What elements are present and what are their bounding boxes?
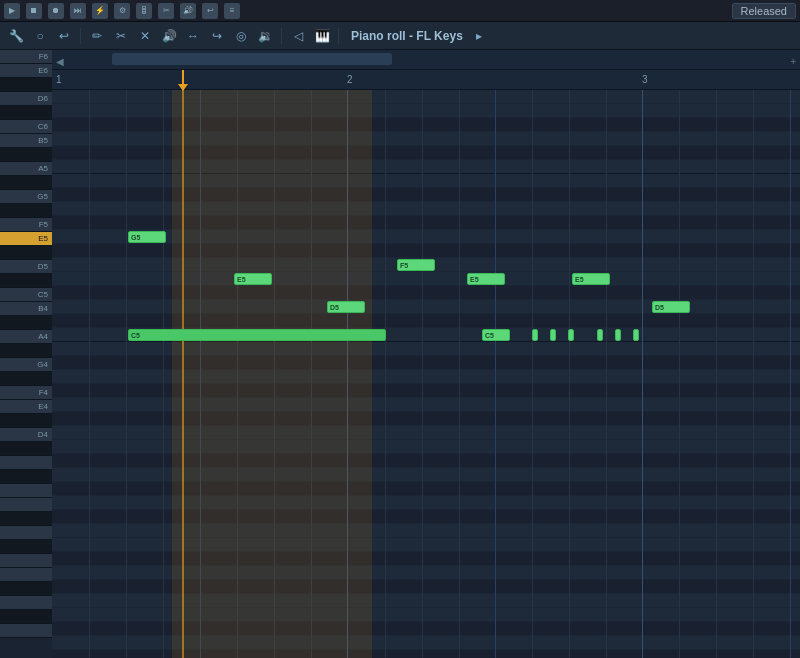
tool-audio[interactable]: 🔉 bbox=[255, 26, 275, 46]
piano-key-extra3[interactable] bbox=[0, 470, 52, 484]
piano-key-extra14[interactable] bbox=[0, 624, 52, 638]
icon-2[interactable]: ⏹ bbox=[26, 3, 42, 19]
piano-key-f5[interactable]: F5 bbox=[0, 218, 52, 232]
note-c5-8[interactable] bbox=[633, 329, 639, 341]
note-c5-5[interactable] bbox=[568, 329, 574, 341]
piano-key-d6[interactable]: D6 bbox=[0, 92, 52, 106]
piano-key-b4[interactable]: B4 bbox=[0, 302, 52, 316]
scroll-thumb[interactable] bbox=[112, 53, 392, 65]
piano-key-extra[interactable] bbox=[0, 442, 52, 456]
note-d5-1[interactable]: D5 bbox=[327, 301, 365, 313]
icon-10[interactable]: ↩ bbox=[202, 3, 218, 19]
note-c5-2[interactable]: C5 bbox=[482, 329, 510, 341]
tool-volume[interactable]: 🔊 bbox=[159, 26, 179, 46]
piano-key-g4[interactable]: G4 bbox=[0, 358, 52, 372]
grid-row-fs4 bbox=[52, 412, 800, 426]
scroll-indicator[interactable] bbox=[112, 52, 780, 66]
tool-undo[interactable]: ↩ bbox=[54, 26, 74, 46]
piano-key-c6[interactable]: C6 bbox=[0, 120, 52, 134]
grid-row-cs5 bbox=[52, 314, 800, 328]
piano-key-f4[interactable]: F4 bbox=[0, 386, 52, 400]
piano-key-e5[interactable]: E5 bbox=[0, 232, 52, 246]
piano-key-extra10[interactable] bbox=[0, 568, 52, 582]
icon-5[interactable]: ⚡ bbox=[92, 3, 108, 19]
piano-key-extra8[interactable] bbox=[0, 540, 52, 554]
piano-key-extra9[interactable] bbox=[0, 554, 52, 568]
released-badge[interactable]: Released bbox=[732, 3, 796, 19]
piano-key-ds6[interactable] bbox=[0, 78, 52, 92]
piano-key-ds4[interactable] bbox=[0, 414, 52, 428]
icon-1[interactable]: ▶ bbox=[4, 3, 20, 19]
piano-key-extra5[interactable] bbox=[0, 498, 52, 512]
tool-cut[interactable]: ✂ bbox=[111, 26, 131, 46]
scroll-left-icon[interactable]: ◀ bbox=[56, 56, 64, 67]
icon-8[interactable]: ✂ bbox=[158, 3, 174, 19]
grid-row-f4 bbox=[52, 426, 800, 440]
icon-4[interactable]: ⏭ bbox=[70, 3, 86, 19]
piano-key-b5[interactable]: B5 bbox=[0, 134, 52, 148]
scroll-bar-area[interactable]: ◀ + bbox=[52, 50, 800, 70]
piano-key-extra11[interactable] bbox=[0, 582, 52, 596]
icon-11[interactable]: ≡ bbox=[224, 3, 240, 19]
note-g5-1[interactable]: G5 bbox=[128, 231, 166, 243]
tool-erase[interactable]: ✕ bbox=[135, 26, 155, 46]
piano-key-d5[interactable]: D5 bbox=[0, 260, 52, 274]
piano-key-gs4[interactable] bbox=[0, 344, 52, 358]
tool-arrow[interactable]: ◁ bbox=[288, 26, 308, 46]
vline-sub10 bbox=[532, 90, 533, 658]
main-area: F6 E6 D6 C6 B5 A5 G5 F5 E5 D5 C5 B4 A4 G… bbox=[0, 50, 800, 658]
piano-key-extra6[interactable] bbox=[0, 512, 52, 526]
piano-key-as4[interactable] bbox=[0, 316, 52, 330]
piano-key-e6[interactable]: E6 bbox=[0, 64, 52, 78]
piano-key-ds5[interactable] bbox=[0, 246, 52, 260]
piano-key-c5[interactable]: C5 bbox=[0, 288, 52, 302]
piano-key-extra4[interactable] bbox=[0, 484, 52, 498]
tool-zoom[interactable]: ◎ bbox=[231, 26, 251, 46]
piano-key-fs4[interactable] bbox=[0, 372, 52, 386]
grid-row-ds4 bbox=[52, 454, 800, 468]
icon-7[interactable]: 🎛 bbox=[136, 3, 152, 19]
tool-redo[interactable]: ↪ bbox=[207, 26, 227, 46]
piano-key-extra7[interactable] bbox=[0, 526, 52, 540]
tool-circle[interactable]: ○ bbox=[30, 26, 50, 46]
piano-key-extra13[interactable] bbox=[0, 610, 52, 624]
tool-arrow-right[interactable]: ▸ bbox=[469, 26, 489, 46]
grid-row-ext5 bbox=[52, 538, 800, 552]
piano-key-f6[interactable]: F6 bbox=[0, 50, 52, 64]
piano-roll-grid[interactable]: G5 E5 F5 E5 E5 D5 D5 C5 C5 bbox=[52, 90, 800, 658]
note-c5-3[interactable] bbox=[532, 329, 538, 341]
piano-key-extra2[interactable] bbox=[0, 456, 52, 470]
piano-key-cs5[interactable] bbox=[0, 274, 52, 288]
note-e5-2[interactable]: E5 bbox=[467, 273, 505, 285]
icon-3[interactable]: ⏺ bbox=[48, 3, 64, 19]
toolbar: 🔧 ○ ↩ ✏ ✂ ✕ 🔊 ↔ ↪ ◎ 🔉 ◁ 🎹 Piano roll - F… bbox=[0, 22, 800, 50]
tool-draw[interactable]: ✏ bbox=[87, 26, 107, 46]
note-e5-3[interactable]: E5 bbox=[572, 273, 610, 285]
piano-key-a4[interactable]: A4 bbox=[0, 330, 52, 344]
note-f5-1[interactable]: F5 bbox=[397, 259, 435, 271]
piano-key-cs6[interactable] bbox=[0, 106, 52, 120]
grid-row-d4 bbox=[52, 468, 800, 482]
icon-6[interactable]: ⚙ bbox=[114, 3, 130, 19]
note-c5-7[interactable] bbox=[615, 329, 621, 341]
piano-key-e4[interactable]: E4 bbox=[0, 400, 52, 414]
piano-key-extra12[interactable] bbox=[0, 596, 52, 610]
note-e5-1[interactable]: E5 bbox=[234, 273, 272, 285]
note-c5-long[interactable]: C5 bbox=[128, 329, 386, 341]
piano-key-d4[interactable]: D4 bbox=[0, 428, 52, 442]
tool-stretch[interactable]: ↔ bbox=[183, 26, 203, 46]
note-c5-6[interactable] bbox=[597, 329, 603, 341]
add-icon[interactable]: + bbox=[790, 56, 796, 67]
tool-separator-3 bbox=[338, 28, 339, 44]
note-c5-4[interactable] bbox=[550, 329, 556, 341]
piano-keyboard: F6 E6 D6 C6 B5 A5 G5 F5 E5 D5 C5 B4 A4 G… bbox=[0, 50, 52, 658]
tool-pencil[interactable]: 🔧 bbox=[6, 26, 26, 46]
note-d5-2[interactable]: D5 bbox=[652, 301, 690, 313]
piano-key-as5[interactable] bbox=[0, 148, 52, 162]
piano-key-a5[interactable]: A5 bbox=[0, 162, 52, 176]
icon-9[interactable]: 🔊 bbox=[180, 3, 196, 19]
piano-key-g5[interactable]: G5 bbox=[0, 190, 52, 204]
piano-key-fs5[interactable] bbox=[0, 204, 52, 218]
tool-piano[interactable]: 🎹 bbox=[312, 26, 332, 46]
piano-key-gs5[interactable] bbox=[0, 176, 52, 190]
